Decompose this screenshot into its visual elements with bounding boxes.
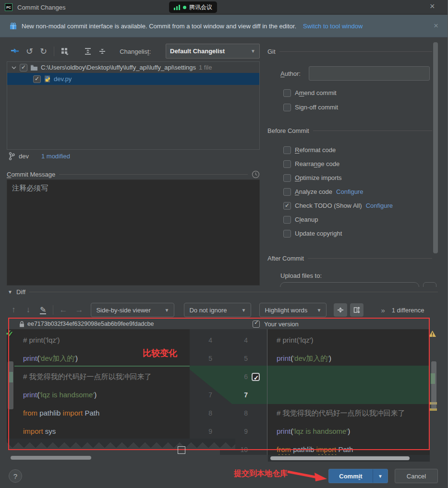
changelist-value: Default Changelist (170, 48, 225, 55)
upload-files-clip (280, 282, 438, 287)
option-configure-link[interactable]: Configure (336, 188, 363, 195)
annotation-rectangle (8, 318, 430, 450)
option-label: Optimize imports (295, 174, 342, 181)
window-title: Commit Changes (17, 4, 65, 11)
recording-dot-icon (183, 6, 186, 9)
modified-count-link[interactable]: 1 modified (41, 153, 70, 160)
changelist-label: Changelist: (120, 48, 151, 55)
section-divider (279, 51, 432, 52)
rollback-icon[interactable]: ↺ (26, 47, 33, 56)
python-file-icon (44, 75, 51, 83)
collapse-triangle-icon[interactable]: ▼ (8, 289, 12, 295)
option-configure-link[interactable]: Configure (366, 202, 393, 209)
viewer-mode-select[interactable]: Side-by-side viewer ▼ (91, 303, 174, 317)
more-actions-chevrons[interactable]: » (381, 306, 385, 314)
option-label: Check TODO (Show All) (295, 202, 362, 209)
cancel-button[interactable]: Cancel (395, 469, 438, 483)
option-checkbox[interactable] (283, 188, 291, 196)
chevron-down-icon: ▼ (238, 308, 246, 313)
group-by-icon[interactable] (61, 48, 69, 55)
stripe-scrollbar-thumb[interactable] (431, 361, 436, 409)
warning-triangle-icon[interactable] (429, 331, 436, 337)
section-divider (59, 174, 248, 175)
amend-commit-row: Amend commit (283, 86, 337, 100)
upload-configure-button[interactable] (423, 282, 436, 287)
left-hscrollbar-thumb[interactable] (11, 456, 91, 460)
collapse-all-icon[interactable] (98, 48, 106, 55)
option-checkbox[interactable] (283, 230, 291, 238)
option-checkbox[interactable] (283, 146, 291, 154)
highlight-mode-select[interactable]: Highlight words ▼ (259, 303, 327, 317)
annotation-diff-note: 比较变化 (143, 347, 177, 359)
window-close-icon[interactable]: × (430, 1, 435, 12)
tree-row-root[interactable]: C:\Users\oldboy\Desktop\luffy\luffy_api\… (7, 62, 259, 73)
expand-all-icon[interactable] (84, 48, 92, 55)
author-input[interactable] (309, 66, 430, 81)
annotation-commit-note: 提交到本地仓库 (234, 469, 288, 479)
toolbar-divider (53, 305, 53, 315)
banner-link[interactable]: Switch to tool window (303, 23, 363, 30)
amend-commit-checkbox[interactable] (283, 89, 291, 97)
option-label: Update copyright (295, 230, 342, 237)
commit-message-input[interactable]: 注释必须写 (7, 179, 260, 286)
option-checkbox[interactable] (283, 174, 291, 182)
option-checkbox[interactable] (283, 216, 291, 224)
right-editor-stripe[interactable] (430, 329, 438, 455)
banner-close-icon[interactable]: × (434, 21, 438, 31)
commit-button[interactable]: Commit (329, 469, 373, 483)
right-hscrollbar-thumb[interactable] (270, 456, 410, 460)
help-button[interactable]: ? (9, 469, 22, 483)
diff-section-title: Diff (16, 288, 25, 296)
author-label: Author: (280, 70, 301, 77)
option-checkbox[interactable] (283, 160, 291, 168)
commit-message-header: Commit Message (7, 170, 260, 179)
title-bar: PC Commit Changes 腾讯会议 × (0, 0, 448, 14)
commit-button-label: Commit (339, 473, 362, 480)
chevron-down-icon[interactable] (11, 65, 17, 71)
previous-difference-icon[interactable]: ↑ (12, 305, 16, 315)
option-checkbox[interactable] (283, 202, 291, 210)
next-change-icon[interactable]: → (75, 305, 83, 315)
before-commit-option: Reformat code (283, 143, 437, 157)
sync-scroll-toggle[interactable] (350, 303, 363, 317)
option-label: Rearrange code (295, 160, 339, 167)
before-commit-option: Optimize imports (283, 171, 437, 185)
highlight-mode-value: Highlight words (265, 307, 307, 314)
changelist-select[interactable]: Default Changelist ▼ (166, 44, 260, 59)
root-checkbox[interactable] (20, 64, 27, 71)
changed-files-tree[interactable]: C:\Users\oldboy\Desktop\luffy\luffy_api\… (7, 61, 260, 150)
meeting-status-pill[interactable]: 腾讯会议 (169, 1, 217, 13)
toolbar-divider (54, 47, 54, 56)
collapse-unchanged-toggle[interactable] (334, 303, 347, 317)
options-scrollbar[interactable] (433, 42, 438, 253)
commit-message-label: Commit Message (7, 171, 55, 178)
branch-row: dev 1 modified (9, 152, 70, 160)
refresh-icon[interactable]: ↻ (40, 47, 47, 56)
banner-text: New non-modal commit interface is availa… (22, 23, 296, 30)
section-divider (313, 131, 432, 131)
diff-section-header: ▼ Diff (8, 288, 438, 296)
before-commit-options: Reformat codeRearrange codeOptimize impo… (283, 143, 437, 240)
previous-change-icon[interactable]: ← (59, 305, 67, 315)
next-difference-icon[interactable]: ↓ (26, 305, 31, 315)
pycharm-logo-icon: PC (5, 3, 12, 11)
section-divider (308, 258, 432, 259)
whitespace-select[interactable]: Do not ignore ▼ (184, 303, 251, 317)
gift-icon (10, 23, 17, 30)
upload-files-select[interactable] (280, 282, 419, 287)
commit-dropdown-button[interactable]: ▼ (373, 469, 387, 483)
show-diff-icon[interactable] (11, 47, 19, 56)
pill-label: 腾讯会议 (189, 3, 212, 12)
annotation-arrow (286, 468, 328, 482)
edit-source-icon[interactable]: ✎ (40, 306, 46, 314)
commit-split-button[interactable]: Commit ▼ (328, 469, 388, 483)
help-label: ? (13, 472, 17, 480)
file-checkbox[interactable] (33, 75, 41, 83)
right-hscrollbar-track[interactable] (268, 455, 430, 462)
signoff-commit-checkbox[interactable] (283, 104, 291, 111)
after-commit-title: After Commit (267, 255, 304, 262)
tree-row-file-selected[interactable]: dev.py (7, 73, 259, 85)
history-clock-icon[interactable] (252, 170, 260, 179)
root-path: C:\Users\oldboy\Desktop\luffy\luffy_api\… (41, 64, 196, 71)
file-name: dev.py (54, 75, 72, 83)
